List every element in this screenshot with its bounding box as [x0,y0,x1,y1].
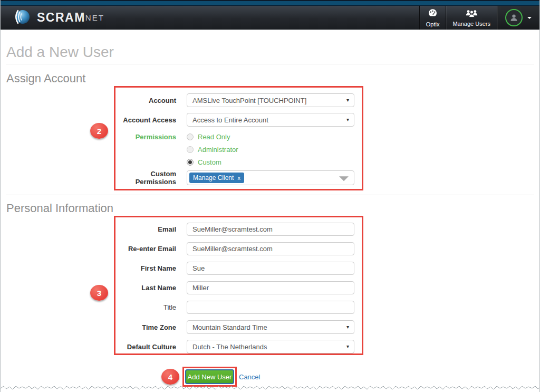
first-name-row: First Name [117,262,354,275]
title-row: Title [117,301,354,314]
nav-item-optix-label: Optix [426,21,440,27]
section-divider [6,195,534,195]
time-zone-label: Time Zone [117,323,176,331]
tag-remove-icon[interactable]: x [237,175,240,181]
annotation-badge-2: 2 [90,123,108,139]
last-name-input[interactable] [187,281,354,294]
account-access-row: Account Access Access to Entire Account … [117,113,354,127]
radio-administrator-label: Administrator [198,146,238,154]
account-access-select-value: Access to Entire Account [192,116,268,124]
first-name-input[interactable] [187,262,354,275]
reenter-email-row: Re-enter Email [117,242,354,255]
title-divider [6,64,534,64]
email-row: Email [117,223,354,236]
gauge-icon [428,8,438,20]
top-navbar: SCRAMNET Optix [1,0,539,30]
app-window: SCRAMNET Optix [0,0,540,392]
account-row: Account AMSLive TouchPoint [TOUCHPOINT] … [117,93,354,107]
select-caret-icon: ▾ [346,97,349,103]
nav-item-manage-users[interactable]: Manage Users [446,6,497,30]
radio-administrator[interactable]: Administrator [187,146,354,154]
last-name-label: Last Name [117,284,176,292]
multiselect-caret-icon [339,176,349,181]
email-input[interactable] [187,223,354,236]
account-access-select[interactable]: Access to Entire Account ▾ [187,113,354,127]
account-select-value: AMSLive TouchPoint [TOUCHPOINT] [192,97,306,104]
default-culture-label: Default Culture [117,343,176,351]
permissions-row: Permissions Read Only Administrator Cust… [117,133,354,166]
radio-custom[interactable]: Custom [187,158,354,166]
scramnet-logo-icon [13,7,32,28]
account-label: Account [117,97,176,104]
permissions-radio-group: Read Only Administrator Custom [187,133,354,166]
permissions-label: Permissions [117,133,176,141]
account-select[interactable]: AMSLive TouchPoint [TOUCHPOINT] ▾ [187,93,354,107]
annotation-badge-3: 3 [90,285,108,301]
time-zone-row: Time Zone Mountain Standard Time ▾ [117,320,354,334]
reenter-email-label: Re-enter Email [117,245,176,253]
permission-tag: Manage Client x [189,173,244,183]
caret-down-icon [527,17,532,19]
radio-icon [187,146,194,153]
navbar-accent-strip [1,0,539,6]
account-access-label: Account Access [117,116,176,124]
radio-icon [187,133,194,140]
time-zone-select[interactable]: Mountain Standard Time ▾ [187,320,354,334]
default-culture-row: Default Culture Dutch - The Netherlands … [117,340,354,353]
radio-read-only[interactable]: Read Only [187,133,354,141]
personal-information-annotation-box: Email Re-enter Email First Name Last Nam… [114,216,363,355]
title-input[interactable] [187,301,354,314]
brand-text-net: NET [85,13,104,22]
radio-read-only-label: Read Only [198,133,230,141]
default-culture-select-value: Dutch - The Netherlands [192,343,267,351]
time-zone-select-value: Mountain Standard Time [192,323,267,331]
nav-item-optix[interactable]: Optix [419,6,446,30]
nav-item-manage-users-label: Manage Users [452,21,490,27]
title-label: Title [117,303,176,311]
first-name-label: First Name [117,264,176,272]
select-caret-icon: ▾ [346,343,349,349]
users-icon [466,9,478,19]
permission-tag-label: Manage Client [193,174,234,181]
navbar-right-group: Optix Manage Users [419,6,539,30]
select-caret-icon: ▾ [346,324,349,330]
radio-selected-icon [187,159,194,166]
radio-custom-label: Custom [198,158,221,166]
select-caret-icon: ▾ [346,117,349,122]
submit-annotation-box: Add New User [182,367,237,387]
cancel-link[interactable]: Cancel [239,373,260,381]
default-culture-select[interactable]: Dutch - The Netherlands ▾ [187,340,354,353]
torn-edge-decoration [1,385,540,391]
custom-permissions-label: Custom Permissions [117,170,176,186]
reenter-email-input[interactable] [187,242,354,255]
brand-text-scram: SCRAM [37,11,85,25]
custom-permissions-row: Custom Permissions Manage Client x [117,170,354,186]
email-label: Email [117,225,176,233]
personal-information-heading: Personal Information [6,202,113,215]
assign-account-annotation-box: Account AMSLive TouchPoint [TOUCHPOINT] … [114,86,363,190]
annotation-badge-4: 4 [161,369,179,385]
custom-permissions-multiselect[interactable]: Manage Client x [187,170,354,185]
avatar-icon [505,9,523,26]
navbar-bar: SCRAMNET Optix [1,6,539,30]
last-name-row: Last Name [117,281,354,294]
assign-account-heading: Assign Account [6,72,85,85]
account-menu-button[interactable] [497,6,539,30]
page-title: Add a New User [6,44,114,61]
add-new-user-button[interactable]: Add New User [185,369,234,384]
scramnet-logo[interactable]: SCRAMNET [13,6,104,30]
